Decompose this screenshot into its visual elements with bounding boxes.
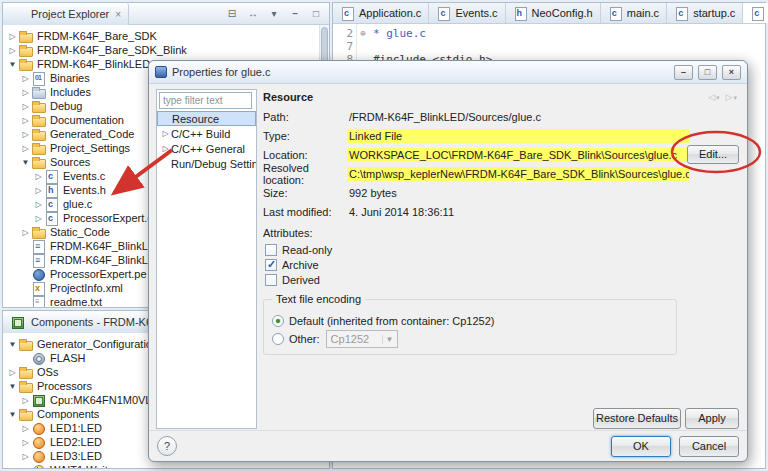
radio-default-encoding[interactable]: Default (inherited from container: Cp125… xyxy=(272,312,668,330)
expand-icon[interactable] xyxy=(20,452,31,461)
view-tab-label: Project Explorer xyxy=(31,8,109,20)
editor-tabbar: Application.c Events.c NeoConfig.h main.… xyxy=(333,3,765,24)
folder-icon xyxy=(31,100,46,112)
expand-icon[interactable] xyxy=(7,46,18,55)
checkbox-checked-icon[interactable] xyxy=(265,259,277,271)
minimize-icon[interactable] xyxy=(288,7,302,21)
expand-icon[interactable] xyxy=(20,396,31,405)
field-label: Type: xyxy=(263,130,347,142)
expand-icon[interactable] xyxy=(7,368,18,377)
expand-icon[interactable] xyxy=(160,129,171,138)
checkbox-read-only[interactable]: Read-only xyxy=(263,242,737,257)
apply-button[interactable]: Apply xyxy=(685,408,739,429)
tab-project-explorer[interactable]: Project Explorer xyxy=(3,3,129,25)
dialog-titlebar[interactable]: Properties for glue.c xyxy=(149,61,747,84)
tree-item-label: FRDM-K64F_BlinkLED xyxy=(48,240,163,252)
minimize-icon[interactable] xyxy=(674,65,693,80)
expand-icon[interactable] xyxy=(33,214,44,223)
editor-tab-glue-c[interactable]: glue.c xyxy=(743,3,768,23)
close-icon[interactable] xyxy=(722,65,741,80)
expand-icon[interactable] xyxy=(20,144,31,153)
radio-icon[interactable] xyxy=(272,333,284,345)
expand-icon[interactable] xyxy=(20,424,31,433)
checkbox-icon[interactable] xyxy=(265,274,277,286)
view-menu-icon[interactable] xyxy=(267,7,281,21)
expand-icon[interactable] xyxy=(20,130,31,139)
link-with-editor-icon[interactable] xyxy=(246,7,260,21)
expand-icon[interactable] xyxy=(20,466,31,469)
checkbox-derived[interactable]: Derived xyxy=(263,272,737,287)
fold-collapsed-icon[interactable] xyxy=(357,27,369,40)
folder-icon xyxy=(18,338,33,350)
tree-item-label: FRDM-K64F_Bare_SDK_Blink xyxy=(35,44,187,56)
properties-dialog: Properties for glue.c Resource C/C++ Bui… xyxy=(148,60,748,462)
expand-icon[interactable] xyxy=(20,102,31,111)
folder-icon xyxy=(18,366,33,378)
expand-icon[interactable] xyxy=(20,116,31,125)
project-explorer-toolbar xyxy=(225,7,329,21)
radio-other-encoding[interactable]: Other: Cp1252 xyxy=(272,330,668,348)
collapse-icon[interactable] xyxy=(7,410,18,419)
h-file-icon xyxy=(44,184,59,196)
restore-defaults-button[interactable]: Restore Defaults xyxy=(593,408,681,429)
editor-tab-application-c[interactable]: Application.c xyxy=(333,3,429,23)
collapse-icon[interactable] xyxy=(7,382,18,391)
tree-item-wait1[interactable]: WAIT1:Wait xyxy=(3,463,329,468)
edit-button[interactable]: Edit... xyxy=(687,145,739,164)
radio-label: Other: xyxy=(289,333,320,345)
collapse-icon[interactable] xyxy=(20,158,31,167)
filter-input[interactable] xyxy=(159,92,252,109)
editor-tab-label: NeoConfig.h xyxy=(532,7,593,19)
components-view-icon xyxy=(10,316,25,328)
field-size: Size:992 bytes xyxy=(263,183,737,202)
maximize-icon[interactable] xyxy=(309,7,323,21)
radio-selected-icon[interactable] xyxy=(272,315,284,327)
encoding-combo[interactable]: Cp1252 xyxy=(326,330,398,348)
led-icon xyxy=(31,422,46,434)
editor-tab-main-c[interactable]: main.c xyxy=(601,3,667,23)
checkbox-label: Read-only xyxy=(282,244,332,256)
ok-button[interactable]: OK xyxy=(611,436,671,457)
back-icon[interactable] xyxy=(708,92,719,102)
field-path: Path:/FRDM-K64F_BlinkLED/Sources/glue.c xyxy=(263,107,737,126)
forward-icon[interactable] xyxy=(726,92,737,102)
editor-tab-label: Events.c xyxy=(455,7,497,19)
expand-icon[interactable] xyxy=(20,228,31,237)
nav-item-run-debug-settings[interactable]: Run/Debug Settings xyxy=(157,156,256,171)
expand-icon[interactable] xyxy=(20,438,31,447)
expand-icon[interactable] xyxy=(33,172,44,181)
expand-icon[interactable] xyxy=(7,32,18,41)
editor-tab-startup-c[interactable]: startup.c xyxy=(667,3,743,23)
dialog-content-pane: Resource Path:/FRDM-K64F_BlinkLED/Source… xyxy=(263,87,737,397)
tree-item-label: FLASH xyxy=(48,352,85,364)
expand-icon[interactable] xyxy=(33,200,44,209)
combo-value: Cp1252 xyxy=(331,333,370,345)
checkbox-icon[interactable] xyxy=(265,244,277,256)
field-type: Type:Linked File xyxy=(263,126,737,145)
tree-item-project[interactable]: FRDM-K64F_Bare_SDK xyxy=(3,29,329,43)
editor-tab-neoconfig-h[interactable]: NeoConfig.h xyxy=(506,3,601,23)
nav-item-cpp-general[interactable]: C/C++ General xyxy=(157,141,256,156)
tree-item-project[interactable]: FRDM-K64F_Bare_SDK_Blink xyxy=(3,43,329,57)
nav-item-resource[interactable]: Resource xyxy=(157,111,256,126)
includes-icon xyxy=(31,86,46,98)
nav-item-label: C/C++ Build xyxy=(171,128,230,140)
expand-icon[interactable] xyxy=(20,74,31,83)
collapse-all-icon[interactable] xyxy=(225,7,239,21)
tree-item-label: ProcessorExpert.c xyxy=(61,212,153,224)
checkbox-archive[interactable]: Archive xyxy=(263,257,737,272)
close-icon[interactable] xyxy=(113,8,121,20)
collapse-icon[interactable] xyxy=(7,340,18,349)
help-button[interactable]: ? xyxy=(157,436,177,456)
expand-icon[interactable] xyxy=(33,186,44,195)
file-icon xyxy=(31,240,46,252)
expand-icon[interactable] xyxy=(160,144,171,153)
editor-tab-events-c[interactable]: Events.c xyxy=(429,3,505,23)
maximize-icon[interactable] xyxy=(698,65,717,80)
tree-item-label: FRDM-K64F_Bare_SDK xyxy=(35,30,157,42)
cancel-button[interactable]: Cancel xyxy=(679,436,739,457)
collapse-icon[interactable] xyxy=(7,60,18,69)
nav-item-cpp-build[interactable]: C/C++ Build xyxy=(157,126,256,141)
dialog-title: Properties for glue.c xyxy=(172,66,669,78)
expand-icon[interactable] xyxy=(20,88,31,97)
